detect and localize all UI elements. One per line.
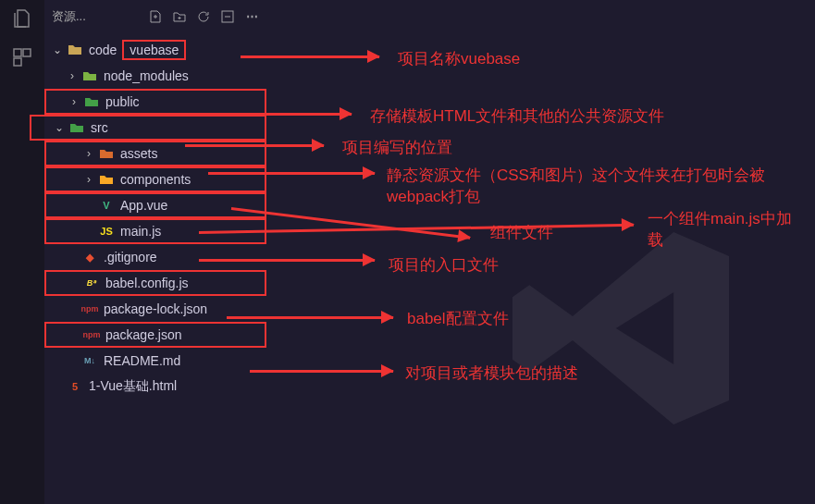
folder-icon: [68, 119, 85, 136]
tree-file-babel-config[interactable]: Bᵃ babel.config.js: [44, 270, 266, 296]
markdown-icon: M↓: [81, 352, 98, 369]
tree-file-package-json[interactable]: npm package.json: [44, 322, 266, 348]
tree-folder-public[interactable]: › public: [44, 89, 266, 115]
tree-folder-components[interactable]: › components: [44, 166, 266, 192]
arrow-icon: [199, 259, 375, 262]
tree-label: babel.config.js: [105, 276, 189, 290]
collapse-icon[interactable]: [220, 9, 235, 24]
refresh-icon[interactable]: [196, 9, 211, 24]
tree-folder-code[interactable]: ⌄ code vuebase: [44, 37, 266, 63]
more-icon[interactable]: ⋯: [244, 9, 259, 24]
annotation-text: 一个组件main.js中加载: [648, 208, 805, 251]
extensions-icon[interactable]: [11, 46, 33, 68]
svg-rect-2: [14, 58, 21, 66]
arrow-icon: [208, 172, 375, 175]
tree-label: App.vue: [120, 198, 167, 213]
files-icon[interactable]: [11, 7, 33, 30]
annotation-text: 项目名称vuebase: [398, 48, 520, 69]
vue-icon: V: [98, 197, 115, 214]
arrow-icon: [231, 207, 470, 240]
npm-icon: npm: [81, 301, 98, 317]
annotation-text: babel配置文件: [407, 308, 509, 329]
npm-icon: npm: [83, 326, 100, 343]
annotation-text: 项目编写的位置: [342, 137, 452, 158]
arrow-icon: [227, 316, 393, 319]
html-icon: 5: [67, 378, 83, 395]
annotation-text: 项目的入口文件: [389, 254, 499, 276]
new-folder-icon[interactable]: [172, 9, 187, 24]
tree-file-app-vue[interactable]: V App.vue: [44, 192, 266, 218]
tree-file-vue-basics-html[interactable]: 5 1-Vue基础.html: [44, 374, 266, 400]
tree-label: public: [105, 94, 140, 109]
tree-label: assets: [120, 146, 157, 161]
tree-label: package.json: [105, 327, 182, 342]
chevron-right-icon: ›: [67, 69, 78, 82]
arrow-icon: [241, 55, 379, 58]
annotation-text: 对项目或者模块包的描述: [405, 363, 578, 384]
folder-icon: [81, 68, 98, 84]
folder-icon: [98, 171, 115, 188]
explorer-sidebar: 资源... ⋯ ⌄ code vuebase › node_modules ›: [44, 0, 266, 504]
tree-label: src: [91, 120, 108, 135]
tree-file-gitignore[interactable]: ◆ .gitignore: [44, 244, 266, 270]
file-tree: ⌄ code vuebase › node_modules › public ⌄…: [44, 33, 266, 403]
explorer-header: 资源... ⋯: [44, 0, 266, 33]
arrow-icon: [213, 113, 352, 116]
annotation-text: 静态资源文件（CSS和图片）这个文件夹在打包时会被webpack打包: [387, 165, 803, 207]
svg-rect-1: [23, 49, 31, 56]
tree-label: README.md: [104, 353, 180, 368]
git-icon: ◆: [81, 249, 98, 265]
folder-icon: [98, 145, 115, 162]
tree-label: main.js: [120, 224, 161, 239]
tree-label: .gitignore: [104, 250, 157, 264]
tree-label: node_modules: [104, 68, 189, 83]
chevron-down-icon: ⌄: [52, 43, 63, 56]
folder-icon: [83, 93, 100, 110]
tree-label: package-lock.json: [104, 301, 207, 316]
tree-file-readme[interactable]: M↓ README.md: [44, 348, 266, 374]
svg-rect-0: [14, 49, 21, 56]
chevron-down-icon: ⌄: [54, 121, 65, 134]
new-file-icon[interactable]: [148, 9, 163, 24]
chevron-right-icon: ›: [68, 95, 80, 108]
babel-icon: Bᵃ: [83, 275, 100, 291]
tree-label: code: [89, 43, 117, 57]
chevron-right-icon: ›: [83, 173, 94, 186]
tree-label: components: [120, 172, 191, 187]
arrow-icon: [185, 144, 324, 147]
activity-bar: [0, 0, 44, 504]
js-icon: JS: [98, 223, 115, 240]
explorer-title: 资源...: [52, 8, 148, 25]
tree-folder-src[interactable]: ⌄ src: [30, 115, 266, 141]
arrow-icon: [250, 370, 393, 373]
tree-folder-node_modules[interactable]: › node_modules: [44, 63, 266, 89]
tree-label: 1-Vue基础.html: [89, 378, 177, 395]
tree-label-vuebase: vuebase: [122, 40, 186, 60]
chevron-right-icon: ›: [83, 147, 94, 160]
folder-open-icon: [67, 42, 83, 58]
annotation-text: 存储模板HTML文件和其他的公共资源文件: [370, 105, 664, 127]
